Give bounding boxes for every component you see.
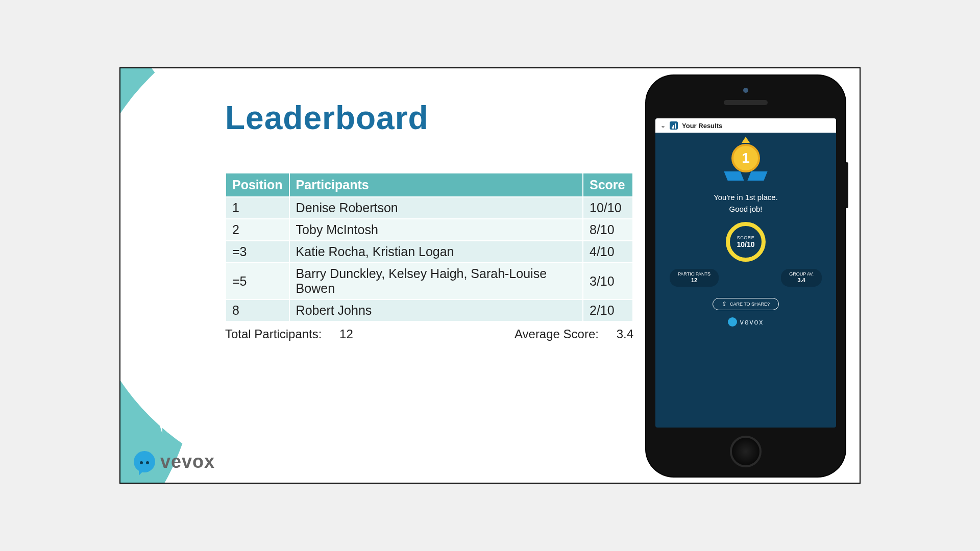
results-topbar[interactable]: ⌄ Your Results (655, 118, 836, 133)
cell-position: =5 (226, 263, 289, 299)
groupav-label: GROUP AV. (789, 271, 814, 277)
cell-participants: Katie Rocha, Kristian Logan (289, 241, 583, 263)
score-label: SCORE (737, 235, 755, 240)
participants-pill: PARTICIPANTS 12 (670, 269, 719, 287)
medal: 1 (655, 142, 836, 180)
total-label: Total Participants: (225, 327, 322, 341)
participants-label: PARTICIPANTS (678, 271, 710, 277)
col-score: Score (583, 173, 633, 197)
share-icon: ⇪ (722, 300, 727, 308)
phone-camera (743, 88, 748, 93)
table-row: =3Katie Rocha, Kristian Logan4/10 (226, 241, 633, 263)
table-row: =5Barry Dunckley, Kelsey Haigh, Sarah-Lo… (226, 263, 633, 299)
cell-participants: Robert Johns (289, 299, 583, 321)
stats-row: PARTICIPANTS 12 GROUP AV. 3.4 (655, 269, 836, 287)
cell-score: 10/10 (583, 197, 633, 219)
phone-mockup: ⌄ Your Results 1 You're in 1st place. Go… (646, 76, 845, 477)
phone-brand-text: vevox (740, 318, 764, 326)
chevron-down-icon[interactable]: ⌄ (660, 122, 666, 129)
medal-rank: 1 (731, 144, 760, 172)
bar-chart-icon (670, 121, 678, 130)
score-value: 10/10 (737, 240, 754, 248)
ribbon-left-icon (724, 171, 744, 181)
crown-icon (742, 137, 750, 143)
total-participants: Total Participants: 12 (225, 327, 353, 341)
cell-score: 8/10 (583, 219, 633, 241)
avg-value: 3.4 (617, 327, 633, 341)
vevox-bubble-icon (134, 451, 155, 472)
table-row: 8Robert Johns2/10 (226, 299, 633, 321)
table-row: 1Denise Robertson10/10 (226, 197, 633, 219)
participants-value: 12 (678, 277, 710, 284)
col-position: Position (226, 173, 289, 197)
share-button[interactable]: ⇪ CARE TO SHARE? (713, 298, 779, 310)
cell-position: 1 (226, 197, 289, 219)
cell-participants: Barry Dunckley, Kelsey Haigh, Sarah-Loui… (289, 263, 583, 299)
share-label: CARE TO SHARE? (730, 302, 770, 307)
cell-position: 2 (226, 219, 289, 241)
col-participants: Participants (289, 173, 583, 197)
home-button[interactable] (730, 436, 762, 467)
main-content: Leaderboard Position Participants Score … (225, 99, 634, 341)
groupav-value: 3.4 (789, 277, 814, 284)
cell-participants: Toby McIntosh (289, 219, 583, 241)
cell-position: =3 (226, 241, 289, 263)
slide: Leaderboard Position Participants Score … (119, 67, 861, 484)
avg-label: Average Score: (514, 327, 599, 341)
speech-bubble-tail (142, 366, 162, 434)
phone-brand: vevox (655, 317, 836, 327)
place-line-1: You're in 1st place. (655, 192, 836, 204)
groupav-pill: GROUP AV. 3.4 (781, 269, 822, 287)
phone-speaker (724, 100, 768, 105)
footer-logo: vevox (134, 451, 215, 472)
ribbon-right-icon (747, 171, 767, 181)
leaderboard-table: Position Participants Score 1Denise Robe… (225, 172, 633, 322)
cell-score: 3/10 (583, 263, 633, 299)
score-ring: SCORE 10/10 (726, 222, 766, 262)
place-text: You're in 1st place. Good job! (655, 192, 836, 215)
phone-screen: ⌄ Your Results 1 You're in 1st place. Go… (655, 118, 836, 428)
leaderboard-body: 1Denise Robertson10/102Toby McIntosh8/10… (226, 197, 633, 321)
summary-row: Total Participants: 12 Average Score: 3.… (225, 327, 633, 341)
total-value: 12 (339, 327, 353, 341)
page-title: Leaderboard (225, 99, 634, 137)
cell-score: 2/10 (583, 299, 633, 321)
cell-participants: Denise Robertson (289, 197, 583, 219)
cell-position: 8 (226, 299, 289, 321)
vevox-bubble-icon (728, 317, 737, 327)
cell-score: 4/10 (583, 241, 633, 263)
table-row: 2Toby McIntosh8/10 (226, 219, 633, 241)
average-score: Average Score: 3.4 (514, 327, 633, 341)
place-line-2: Good job! (655, 204, 836, 215)
topbar-title: Your Results (682, 122, 722, 130)
footer-brand-text: vevox (160, 451, 215, 472)
